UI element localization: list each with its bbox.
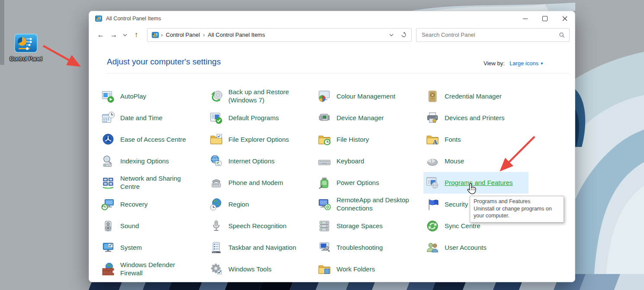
control-panel-item[interactable]: Power Options <box>315 172 420 194</box>
control-panel-item[interactable]: Network and Sharing Centre <box>99 172 204 194</box>
control-panel-item[interactable]: System <box>99 237 204 258</box>
default-programs-icon <box>209 111 223 125</box>
tooltip-body: Uninstall or change programs on your com… <box>474 205 560 220</box>
control-panel-item[interactable]: Devices and Printers <box>423 107 529 129</box>
file-explorer-options-icon <box>209 133 223 147</box>
up-button[interactable]: ↑ <box>130 29 143 41</box>
chevron-down-icon <box>123 34 127 36</box>
mouse-icon <box>426 154 439 168</box>
control-panel-item[interactable]: File Explorer Options <box>207 129 312 150</box>
windows-defender-firewall-icon <box>101 262 115 276</box>
network-sharing-icon <box>101 176 115 190</box>
taskbar-navigation-icon <box>209 241 223 255</box>
control-panel-item-label: Ease of Access Centre <box>120 136 186 144</box>
recovery-icon <box>101 198 115 211</box>
control-panel-item[interactable]: Credential Manager <box>423 86 529 107</box>
control-panel-item[interactable]: Ease of Access Centre <box>99 129 204 150</box>
forward-button[interactable]: → <box>107 29 120 41</box>
control-panel-item[interactable]: Storage Spaces <box>315 215 420 237</box>
control-panel-item[interactable]: Programs and Features <box>423 172 529 194</box>
device-manager-icon <box>317 111 331 125</box>
address-bar[interactable]: › Control Panel › All Control Panel Item… <box>147 28 412 42</box>
control-panel-item[interactable]: Mouse <box>423 150 529 172</box>
work-folders-icon <box>317 262 331 276</box>
view-by-label: View by: <box>484 60 505 67</box>
control-panel-item-label: Power Options <box>336 179 379 187</box>
control-panel-item-label: Internet Options <box>228 157 275 166</box>
control-panel-item[interactable]: Internet Options <box>207 150 312 172</box>
control-panel-item-label: Colour Management <box>336 92 395 101</box>
address-dropdown-icon[interactable] <box>389 34 394 36</box>
control-panel-item[interactable]: Speech Recognition <box>207 215 312 237</box>
control-panel-item[interactable]: Recovery <box>99 194 204 215</box>
tooltip-title: Programs and Features <box>474 198 560 205</box>
control-panel-item[interactable]: AFonts <box>423 129 529 150</box>
control-panel-item[interactable]: Sound <box>99 215 204 237</box>
breadcrumb-all-control-panel-items[interactable]: All Control Panel Items <box>205 32 267 38</box>
sound-icon <box>101 219 115 233</box>
control-panel-item-label: Back up and Restore (Windows 7) <box>228 88 307 105</box>
control-panel-item[interactable]: Colour Management <box>315 86 420 107</box>
date-time-icon <box>101 111 115 125</box>
recent-locations-button[interactable] <box>120 29 130 41</box>
sync-centre-icon <box>426 219 439 233</box>
control-panel-item-label: User Accounts <box>445 244 487 252</box>
control-panel-item-label: Taskbar and Navigation <box>228 244 296 252</box>
control-panel-item[interactable]: Troubleshooting <box>315 237 420 258</box>
phone-modem-icon <box>209 176 223 190</box>
control-panel-item-label: Credential Manager <box>445 92 502 101</box>
control-panel-item[interactable]: Region <box>207 194 312 215</box>
maximize-button[interactable] <box>535 11 555 26</box>
control-panel-item-label: Keyboard <box>336 157 364 166</box>
control-panel-item[interactable]: AutoPlay <box>99 86 204 107</box>
control-panel-item[interactable]: Default Programs <box>207 107 312 129</box>
ease-of-access-icon <box>101 133 115 147</box>
svg-text:A: A <box>433 139 438 146</box>
control-panel-item[interactable]: Phone and Modem <box>207 172 312 194</box>
control-panel-item[interactable]: Work Folders <box>315 258 420 280</box>
window-titlebar[interactable]: All Control Panel Items <box>89 11 575 26</box>
control-panel-item-label: Windows Tools <box>228 265 272 274</box>
remoteapp-icon <box>317 198 331 211</box>
control-panel-item-label: Work Folders <box>336 265 375 274</box>
control-panel-item-label: Storage Spaces <box>336 222 383 230</box>
control-panel-item[interactable]: Back up and Restore (Windows 7) <box>207 86 312 107</box>
control-panel-item-label: Speech Recognition <box>228 222 286 230</box>
back-button[interactable]: ← <box>94 29 107 41</box>
troubleshooting-icon <box>317 241 331 255</box>
control-panel-item-label: File History <box>336 136 369 144</box>
control-panel-item[interactable]: Windows Defender Firewall <box>99 258 204 280</box>
autoplay-icon <box>101 89 115 103</box>
close-button[interactable] <box>555 11 575 26</box>
control-panel-item[interactable]: Indexing Options <box>99 150 204 172</box>
breadcrumb-control-panel[interactable]: Control Panel <box>163 32 202 38</box>
control-panel-item-label: Indexing Options <box>120 157 169 166</box>
backup-restore-icon <box>209 89 223 103</box>
control-panel-item[interactable]: RemoteApp and Desktop Connections <box>315 194 420 215</box>
minimize-button[interactable] <box>515 11 535 26</box>
control-panel-item[interactable]: File History <box>315 129 420 150</box>
control-panel-item-label: System <box>120 244 142 252</box>
windows-tools-icon <box>209 262 223 276</box>
tooltip: Programs and Features Uninstall or chang… <box>470 196 564 223</box>
refresh-icon[interactable] <box>400 32 407 38</box>
control-panel-item[interactable]: Windows Tools <box>207 258 312 280</box>
control-panel-item-label: Sync Centre <box>445 222 481 230</box>
control-panel-item[interactable]: Date and Time <box>99 107 204 129</box>
control-panel-item[interactable]: Keyboard <box>315 150 420 172</box>
colour-management-icon <box>317 89 331 103</box>
control-panel-item-label: Phone and Modem <box>228 179 283 187</box>
maximize-icon <box>542 16 548 21</box>
control-panel-item[interactable]: User Accounts <box>423 237 529 258</box>
control-panel-item-label: RemoteApp and Desktop Connections <box>336 196 415 213</box>
control-panel-item[interactable]: Device Manager <box>315 107 420 129</box>
search-input[interactable] <box>421 31 559 38</box>
view-by-dropdown[interactable]: Large icons <box>509 60 538 67</box>
speech-recognition-icon <box>209 219 223 233</box>
internet-options-icon <box>209 154 223 168</box>
control-panel-item[interactable]: Taskbar and Navigation <box>207 237 312 258</box>
search-box[interactable] <box>416 28 570 42</box>
control-panel-item-label: Region <box>228 201 249 209</box>
credential-manager-icon <box>426 89 439 103</box>
desktop-icon-control-panel[interactable]: Control Panel <box>5 34 47 62</box>
